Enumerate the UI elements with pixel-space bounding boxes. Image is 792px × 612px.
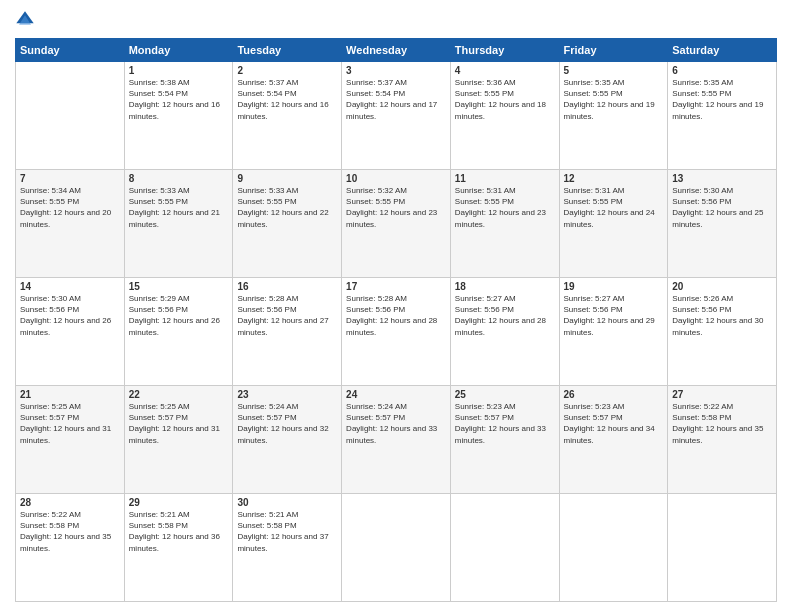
day-info: Sunrise: 5:28 AMSunset: 5:56 PMDaylight:… [237, 293, 337, 338]
day-info: Sunrise: 5:32 AMSunset: 5:55 PMDaylight:… [346, 185, 446, 230]
day-number: 19 [564, 281, 664, 292]
header-cell-friday: Friday [559, 39, 668, 62]
header-cell-wednesday: Wednesday [342, 39, 451, 62]
day-cell [559, 494, 668, 602]
day-info: Sunrise: 5:21 AMSunset: 5:58 PMDaylight:… [129, 509, 229, 554]
day-cell: 12Sunrise: 5:31 AMSunset: 5:55 PMDayligh… [559, 170, 668, 278]
day-number: 27 [672, 389, 772, 400]
day-info: Sunrise: 5:38 AMSunset: 5:54 PMDaylight:… [129, 77, 229, 122]
day-cell: 17Sunrise: 5:28 AMSunset: 5:56 PMDayligh… [342, 278, 451, 386]
day-info: Sunrise: 5:31 AMSunset: 5:55 PMDaylight:… [564, 185, 664, 230]
day-info: Sunrise: 5:23 AMSunset: 5:57 PMDaylight:… [564, 401, 664, 446]
day-number: 5 [564, 65, 664, 76]
day-info: Sunrise: 5:29 AMSunset: 5:56 PMDaylight:… [129, 293, 229, 338]
day-number: 13 [672, 173, 772, 184]
header [15, 10, 777, 30]
header-cell-saturday: Saturday [668, 39, 777, 62]
day-number: 20 [672, 281, 772, 292]
week-row-4: 28Sunrise: 5:22 AMSunset: 5:58 PMDayligh… [16, 494, 777, 602]
day-info: Sunrise: 5:23 AMSunset: 5:57 PMDaylight:… [455, 401, 555, 446]
day-info: Sunrise: 5:22 AMSunset: 5:58 PMDaylight:… [672, 401, 772, 446]
day-info: Sunrise: 5:24 AMSunset: 5:57 PMDaylight:… [237, 401, 337, 446]
page: SundayMondayTuesdayWednesdayThursdayFrid… [0, 0, 792, 612]
day-info: Sunrise: 5:35 AMSunset: 5:55 PMDaylight:… [564, 77, 664, 122]
day-cell: 14Sunrise: 5:30 AMSunset: 5:56 PMDayligh… [16, 278, 125, 386]
day-cell: 2Sunrise: 5:37 AMSunset: 5:54 PMDaylight… [233, 62, 342, 170]
header-cell-sunday: Sunday [16, 39, 125, 62]
day-info: Sunrise: 5:33 AMSunset: 5:55 PMDaylight:… [129, 185, 229, 230]
day-cell: 25Sunrise: 5:23 AMSunset: 5:57 PMDayligh… [450, 386, 559, 494]
day-number: 9 [237, 173, 337, 184]
day-cell: 30Sunrise: 5:21 AMSunset: 5:58 PMDayligh… [233, 494, 342, 602]
week-row-1: 7Sunrise: 5:34 AMSunset: 5:55 PMDaylight… [16, 170, 777, 278]
header-cell-thursday: Thursday [450, 39, 559, 62]
day-number: 8 [129, 173, 229, 184]
day-number: 25 [455, 389, 555, 400]
day-info: Sunrise: 5:30 AMSunset: 5:56 PMDaylight:… [672, 185, 772, 230]
day-cell: 26Sunrise: 5:23 AMSunset: 5:57 PMDayligh… [559, 386, 668, 494]
day-number: 14 [20, 281, 120, 292]
day-number: 21 [20, 389, 120, 400]
day-number: 3 [346, 65, 446, 76]
day-cell: 6Sunrise: 5:35 AMSunset: 5:55 PMDaylight… [668, 62, 777, 170]
day-number: 30 [237, 497, 337, 508]
day-cell: 13Sunrise: 5:30 AMSunset: 5:56 PMDayligh… [668, 170, 777, 278]
logo-icon [15, 10, 35, 30]
day-number: 12 [564, 173, 664, 184]
day-info: Sunrise: 5:21 AMSunset: 5:58 PMDaylight:… [237, 509, 337, 554]
day-number: 16 [237, 281, 337, 292]
day-cell: 29Sunrise: 5:21 AMSunset: 5:58 PMDayligh… [124, 494, 233, 602]
day-cell [342, 494, 451, 602]
day-cell [668, 494, 777, 602]
header-cell-monday: Monday [124, 39, 233, 62]
day-info: Sunrise: 5:34 AMSunset: 5:55 PMDaylight:… [20, 185, 120, 230]
week-row-2: 14Sunrise: 5:30 AMSunset: 5:56 PMDayligh… [16, 278, 777, 386]
day-info: Sunrise: 5:28 AMSunset: 5:56 PMDaylight:… [346, 293, 446, 338]
day-number: 4 [455, 65, 555, 76]
day-info: Sunrise: 5:22 AMSunset: 5:58 PMDaylight:… [20, 509, 120, 554]
header-row: SundayMondayTuesdayWednesdayThursdayFrid… [16, 39, 777, 62]
day-cell: 11Sunrise: 5:31 AMSunset: 5:55 PMDayligh… [450, 170, 559, 278]
day-number: 23 [237, 389, 337, 400]
day-number: 10 [346, 173, 446, 184]
day-cell: 7Sunrise: 5:34 AMSunset: 5:55 PMDaylight… [16, 170, 125, 278]
day-cell: 5Sunrise: 5:35 AMSunset: 5:55 PMDaylight… [559, 62, 668, 170]
day-cell: 23Sunrise: 5:24 AMSunset: 5:57 PMDayligh… [233, 386, 342, 494]
day-number: 17 [346, 281, 446, 292]
day-cell: 16Sunrise: 5:28 AMSunset: 5:56 PMDayligh… [233, 278, 342, 386]
day-cell: 21Sunrise: 5:25 AMSunset: 5:57 PMDayligh… [16, 386, 125, 494]
header-cell-tuesday: Tuesday [233, 39, 342, 62]
day-cell: 18Sunrise: 5:27 AMSunset: 5:56 PMDayligh… [450, 278, 559, 386]
day-cell: 10Sunrise: 5:32 AMSunset: 5:55 PMDayligh… [342, 170, 451, 278]
day-cell: 27Sunrise: 5:22 AMSunset: 5:58 PMDayligh… [668, 386, 777, 494]
day-cell: 22Sunrise: 5:25 AMSunset: 5:57 PMDayligh… [124, 386, 233, 494]
day-cell: 3Sunrise: 5:37 AMSunset: 5:54 PMDaylight… [342, 62, 451, 170]
day-info: Sunrise: 5:27 AMSunset: 5:56 PMDaylight:… [564, 293, 664, 338]
day-number: 28 [20, 497, 120, 508]
day-number: 1 [129, 65, 229, 76]
day-info: Sunrise: 5:35 AMSunset: 5:55 PMDaylight:… [672, 77, 772, 122]
day-number: 29 [129, 497, 229, 508]
day-number: 22 [129, 389, 229, 400]
day-cell: 4Sunrise: 5:36 AMSunset: 5:55 PMDaylight… [450, 62, 559, 170]
day-info: Sunrise: 5:36 AMSunset: 5:55 PMDaylight:… [455, 77, 555, 122]
day-cell: 8Sunrise: 5:33 AMSunset: 5:55 PMDaylight… [124, 170, 233, 278]
logo [15, 10, 39, 30]
day-info: Sunrise: 5:27 AMSunset: 5:56 PMDaylight:… [455, 293, 555, 338]
day-number: 11 [455, 173, 555, 184]
day-cell: 9Sunrise: 5:33 AMSunset: 5:55 PMDaylight… [233, 170, 342, 278]
day-cell [450, 494, 559, 602]
day-info: Sunrise: 5:33 AMSunset: 5:55 PMDaylight:… [237, 185, 337, 230]
day-number: 6 [672, 65, 772, 76]
day-cell: 1Sunrise: 5:38 AMSunset: 5:54 PMDaylight… [124, 62, 233, 170]
day-info: Sunrise: 5:25 AMSunset: 5:57 PMDaylight:… [129, 401, 229, 446]
day-info: Sunrise: 5:26 AMSunset: 5:56 PMDaylight:… [672, 293, 772, 338]
day-cell: 24Sunrise: 5:24 AMSunset: 5:57 PMDayligh… [342, 386, 451, 494]
day-info: Sunrise: 5:25 AMSunset: 5:57 PMDaylight:… [20, 401, 120, 446]
week-row-3: 21Sunrise: 5:25 AMSunset: 5:57 PMDayligh… [16, 386, 777, 494]
day-cell: 19Sunrise: 5:27 AMSunset: 5:56 PMDayligh… [559, 278, 668, 386]
day-number: 15 [129, 281, 229, 292]
day-info: Sunrise: 5:37 AMSunset: 5:54 PMDaylight:… [346, 77, 446, 122]
day-info: Sunrise: 5:30 AMSunset: 5:56 PMDaylight:… [20, 293, 120, 338]
day-info: Sunrise: 5:31 AMSunset: 5:55 PMDaylight:… [455, 185, 555, 230]
